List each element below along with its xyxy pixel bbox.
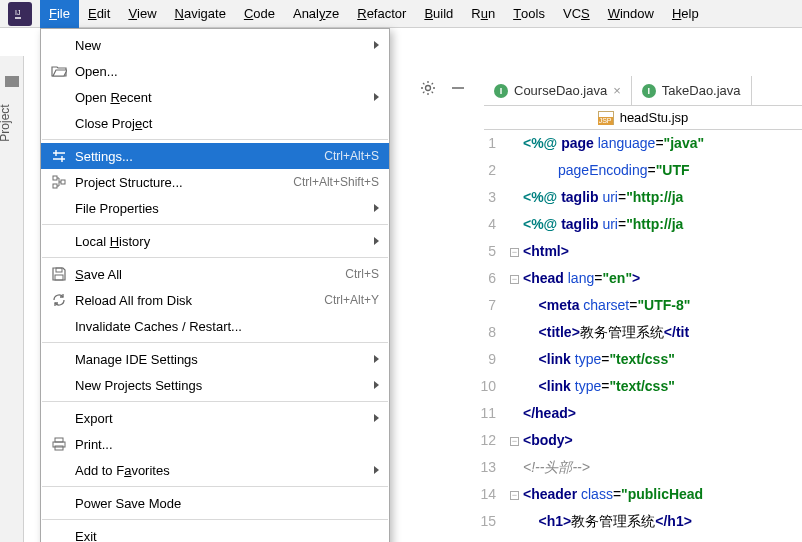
menu-item-open-recent[interactable]: Open Recent	[41, 84, 389, 110]
menu-item-label: File Properties	[69, 201, 374, 216]
line-number: 1	[460, 130, 496, 157]
code-line[interactable]: <!--头部-->	[510, 454, 802, 481]
fold-icon[interactable]: −	[510, 437, 519, 446]
code-line[interactable]: <h1>教务管理系统</h1>	[510, 508, 802, 535]
menu-shortcut: Ctrl+Alt+Y	[324, 293, 379, 307]
sidebar: Project	[0, 56, 24, 542]
open-icon	[49, 63, 69, 79]
code-line[interactable]: −<header class="publicHead	[510, 481, 802, 508]
menu-item-exit[interactable]: Exit	[41, 523, 389, 542]
close-tab-icon[interactable]: ×	[613, 83, 621, 98]
menu-item-add-to-favorites[interactable]: Add to Favorites	[41, 457, 389, 483]
java-icon: I	[494, 84, 508, 98]
menu-run[interactable]: Run	[462, 0, 504, 28]
submenu-arrow-icon	[374, 204, 379, 212]
file-menu-dropdown: NewOpen...Open RecentClose ProjectSettin…	[40, 28, 390, 542]
settings-icon	[49, 148, 69, 164]
editor-tab[interactable]: ICourseDao.java×	[484, 76, 632, 105]
tab-label: TakeDao.java	[662, 83, 741, 98]
tab-label: CourseDao.java	[514, 83, 607, 98]
print-icon	[49, 436, 69, 452]
editor-tab[interactable]: ITakeDao.java	[632, 76, 752, 105]
jsp-file-icon	[598, 111, 614, 125]
line-number: 12	[460, 427, 496, 454]
code-line[interactable]: <%@ taglib uri="http://ja	[510, 211, 802, 238]
menu-separator	[42, 486, 388, 487]
submenu-arrow-icon	[374, 414, 379, 422]
line-number: 8	[460, 319, 496, 346]
svg-rect-5	[61, 180, 65, 184]
fold-icon[interactable]: −	[510, 491, 519, 500]
code-line[interactable]: pageEncoding="UTF	[510, 157, 802, 184]
menu-item-print[interactable]: Print...	[41, 431, 389, 457]
code-line[interactable]: −<body>	[510, 427, 802, 454]
code-line[interactable]: </head>	[510, 400, 802, 427]
line-number: 6	[460, 265, 496, 292]
menu-window[interactable]: Window	[599, 0, 663, 28]
code-line[interactable]: <title>教务管理系统</tit	[510, 319, 802, 346]
menu-item-local-history[interactable]: Local History	[41, 228, 389, 254]
code-line[interactable]: <%@ taglib uri="http://ja	[510, 184, 802, 211]
app-icon: IJ	[8, 2, 32, 26]
menu-item-reload-all-from-disk[interactable]: Reload All from DiskCtrl+Alt+Y	[41, 287, 389, 313]
folder-icon	[5, 76, 19, 87]
menu-item-label: Project Structure...	[69, 175, 293, 190]
line-number: 4	[460, 211, 496, 238]
menu-item-label: Invalidate Caches / Restart...	[69, 319, 379, 334]
sidebar-project-tab[interactable]: Project	[0, 104, 12, 141]
editor-toolbar	[420, 80, 466, 99]
line-number: 15	[460, 508, 496, 535]
menu-item-new-projects-settings[interactable]: New Projects Settings	[41, 372, 389, 398]
menu-item-label: Close Project	[69, 116, 379, 131]
code-line[interactable]: −<html>	[510, 238, 802, 265]
menu-item-save-all[interactable]: Save AllCtrl+S	[41, 261, 389, 287]
svg-rect-4	[53, 184, 57, 188]
menu-item-export[interactable]: Export	[41, 405, 389, 431]
code-area[interactable]: <%@ page language="java" pageEncoding="U…	[510, 130, 802, 542]
svg-rect-7	[55, 275, 63, 280]
menu-item-new[interactable]: New	[41, 32, 389, 58]
menu-view[interactable]: View	[119, 0, 165, 28]
menu-item-close-project[interactable]: Close Project	[41, 110, 389, 136]
menu-refactor[interactable]: Refactor	[348, 0, 415, 28]
fold-icon[interactable]: −	[510, 275, 519, 284]
submenu-arrow-icon	[374, 237, 379, 245]
editor-tabs: ICourseDao.java×ITakeDao.java	[484, 76, 802, 106]
submenu-arrow-icon	[374, 381, 379, 389]
menu-build[interactable]: Build	[415, 0, 462, 28]
menu-vcs[interactable]: VCS	[554, 0, 599, 28]
menu-code[interactable]: Code	[235, 0, 284, 28]
menu-analyze[interactable]: Analyze	[284, 0, 348, 28]
menu-item-file-properties[interactable]: File Properties	[41, 195, 389, 221]
fold-icon[interactable]: −	[510, 248, 519, 257]
menu-separator	[42, 257, 388, 258]
structure-icon	[49, 174, 69, 190]
code-line[interactable]: −<head lang="en">	[510, 265, 802, 292]
menu-tools[interactable]: Tools	[504, 0, 554, 28]
menu-item-label: Settings...	[69, 149, 324, 164]
menu-navigate[interactable]: Navigate	[166, 0, 235, 28]
menu-item-open[interactable]: Open...	[41, 58, 389, 84]
menu-item-project-structure[interactable]: Project Structure...Ctrl+Alt+Shift+S	[41, 169, 389, 195]
menu-item-invalidate-caches-restart[interactable]: Invalidate Caches / Restart...	[41, 313, 389, 339]
java-icon: I	[642, 84, 656, 98]
minimize-icon[interactable]	[450, 80, 466, 99]
menu-item-manage-ide-settings[interactable]: Manage IDE Settings	[41, 346, 389, 372]
menu-separator	[42, 139, 388, 140]
line-number-gutter: 123456789101112131415	[460, 130, 510, 542]
menu-file[interactable]: File	[40, 0, 79, 28]
code-line[interactable]: <%@ page language="java"	[510, 130, 802, 157]
code-line[interactable]: <meta charset="UTF-8"	[510, 292, 802, 319]
menu-item-label: Open Recent	[69, 90, 374, 105]
menu-separator	[42, 519, 388, 520]
code-editor[interactable]: 123456789101112131415 <%@ page language=…	[460, 130, 802, 542]
menu-item-settings[interactable]: Settings...Ctrl+Alt+S	[41, 143, 389, 169]
menu-item-power-save-mode[interactable]: Power Save Mode	[41, 490, 389, 516]
menu-edit[interactable]: Edit	[79, 0, 119, 28]
gear-icon[interactable]	[420, 80, 436, 99]
save-icon	[49, 266, 69, 282]
code-line[interactable]: <link type="text/css"	[510, 373, 802, 400]
code-line[interactable]: <link type="text/css"	[510, 346, 802, 373]
menu-help[interactable]: Help	[663, 0, 708, 28]
menu-item-label: Local History	[69, 234, 374, 249]
